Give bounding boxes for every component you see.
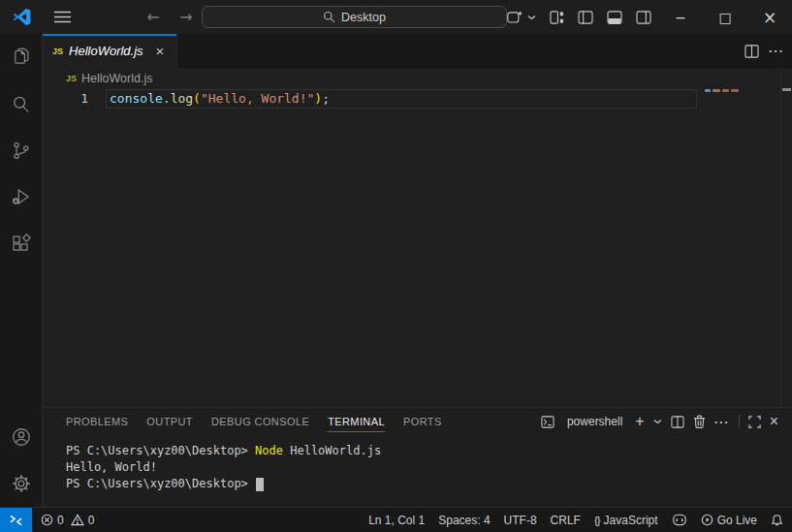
terminal-cursor (256, 478, 264, 491)
editor-actions: ··· (744, 34, 784, 68)
indentation-setting[interactable]: Spaces: 4 (431, 508, 496, 532)
vscode-window: ← → Desktop − (0, 0, 792, 532)
eol-label: CRLF (551, 514, 581, 527)
extensions-icon[interactable] (0, 220, 43, 266)
explorer-icon[interactable] (0, 34, 43, 80)
panel-more-actions-icon[interactable]: ··· (714, 415, 730, 429)
close-panel-icon[interactable]: × (770, 413, 778, 430)
tab-debug-console[interactable]: DEBUG CONSOLE (211, 408, 309, 435)
javascript-file-icon: JS (52, 47, 63, 56)
cursor-position-label: Ln 1, Col 1 (368, 514, 425, 527)
terminal-shell-icon (541, 416, 554, 428)
command-center-search[interactable]: Desktop (202, 6, 507, 28)
editor-scrollbar[interactable] (780, 68, 781, 407)
tab-label: HelloWorld.js (69, 44, 145, 58)
tab-terminal[interactable]: TERMINAL (328, 408, 385, 435)
customize-layout-icon[interactable] (543, 0, 571, 34)
terminal-line: Hello, World! (43, 459, 779, 476)
overview-ruler-cursor-mark (782, 88, 791, 91)
terminal-command: Node (255, 444, 283, 457)
token-close-paren: ) (314, 91, 322, 106)
remote-indicator[interactable] (0, 508, 32, 532)
search-sidebar-icon[interactable] (0, 80, 43, 127)
run-debug-icon[interactable] (0, 173, 43, 220)
tab-problems[interactable]: PROBLEMS (66, 408, 128, 435)
warning-icon (71, 514, 84, 526)
token-log: log (171, 91, 193, 106)
history-navigation: ← → (143, 0, 196, 34)
encoding-setting[interactable]: UTF-8 (497, 508, 544, 532)
terminal-output[interactable]: PS C:\Users\xyz00\Desktop> Node HelloWor… (43, 443, 779, 492)
title-bar: ← → Desktop − (0, 0, 792, 34)
title-bar-right: − □ × (500, 0, 792, 34)
minimap[interactable] (705, 86, 753, 94)
notifications-bell-icon[interactable] (764, 508, 790, 532)
split-terminal-icon[interactable] (671, 416, 684, 428)
status-bar-right: Ln 1, Col 1 Spaces: 4 UTF-8 CRLF {} Java… (362, 508, 792, 532)
toggle-panel-icon[interactable] (600, 0, 629, 34)
split-editor-icon[interactable] (744, 45, 759, 58)
back-arrow-icon[interactable]: ← (143, 8, 163, 26)
panel-tabs: PROBLEMS OUTPUT DEBUG CONSOLE TERMINAL P… (43, 408, 442, 435)
source-control-icon[interactable] (0, 127, 43, 173)
tab-output[interactable]: OUTPUT (146, 408, 193, 435)
search-icon (323, 11, 335, 23)
terminal-prompt: PS C:\Users\xyz00\Desktop> (66, 444, 255, 457)
eol-setting[interactable]: CRLF (544, 508, 587, 532)
toolbar-divider (739, 415, 740, 428)
tab-close-icon[interactable]: × (151, 43, 169, 60)
activity-bar (0, 34, 43, 507)
maximize-button[interactable]: □ (703, 0, 747, 34)
new-terminal-icon[interactable]: + (635, 413, 644, 430)
indentation-label: Spaces: 4 (438, 514, 490, 527)
toggle-primary-sidebar-icon[interactable] (571, 0, 600, 34)
terminal-toolbar: powershell + ··· × (541, 408, 778, 435)
maximize-panel-icon[interactable] (748, 416, 761, 428)
cursor-position[interactable]: Ln 1, Col 1 (362, 508, 431, 532)
terminal-prompt: PS C:\Users\xyz00\Desktop> (66, 477, 255, 490)
menu-hamburger-icon[interactable] (43, 11, 81, 23)
status-bar: 0 0 Ln 1, Col 1 Spaces: 4 UTF-8 CRLF {} … (0, 507, 792, 532)
token-open-paren: ( (193, 91, 201, 106)
minimap-mark (731, 89, 739, 92)
tab-helloworld-js[interactable]: JS HelloWorld.js × (43, 34, 177, 68)
copilot-status-icon[interactable] (665, 508, 694, 532)
minimap-mark (713, 89, 720, 92)
errors-indicator[interactable]: 0 0 (34, 508, 101, 532)
javascript-file-icon: JS (66, 74, 77, 83)
forward-arrow-icon[interactable]: → (176, 8, 196, 26)
warning-count: 0 (88, 514, 95, 527)
kill-terminal-trash-icon[interactable] (693, 415, 706, 428)
panel-header: PROBLEMS OUTPUT DEBUG CONSOLE TERMINAL P… (43, 408, 792, 435)
command-center-label: Desktop (341, 11, 386, 24)
breadcrumb[interactable]: JS HelloWorld.js (43, 68, 792, 89)
breadcrumb-file-label: HelloWorld.js (81, 72, 152, 85)
token-console: console (110, 91, 163, 106)
terminal-line: PS C:\Users\xyz00\Desktop> Node HelloWor… (43, 443, 779, 459)
shell-label[interactable]: powershell (567, 415, 622, 428)
terminal-command-args: HelloWorld.js (283, 444, 381, 457)
code-editor[interactable]: 1 console.log("Hello, World!"); (43, 89, 792, 407)
launch-profile-chevron-icon[interactable] (653, 419, 662, 424)
copilot-button[interactable] (500, 0, 543, 34)
broadcast-icon (701, 514, 713, 526)
close-window-button[interactable]: × (747, 0, 792, 34)
language-mode[interactable]: {} JavaScript (587, 508, 665, 532)
minimize-button[interactable]: − (658, 0, 703, 34)
minimap-mark (705, 89, 711, 92)
terminal-line: PS C:\Users\xyz00\Desktop> (43, 476, 779, 492)
encoding-label: UTF-8 (504, 514, 537, 527)
go-live-button[interactable]: Go Live (694, 508, 764, 532)
tab-ports[interactable]: PORTS (403, 408, 442, 435)
more-actions-icon[interactable]: ··· (769, 44, 784, 58)
accounts-icon[interactable] (0, 414, 43, 460)
terminal-output-text: Hello, World! (66, 460, 157, 474)
settings-gear-icon[interactable] (0, 460, 43, 507)
token-string: "Hello, World!" (201, 91, 314, 106)
token-semicolon: ; (322, 91, 330, 106)
toggle-secondary-sidebar-icon[interactable] (629, 0, 658, 34)
code-line-1: console.log("Hello, World!"); (110, 89, 330, 109)
line-number: 1 (43, 89, 88, 109)
problems-summary[interactable]: 0 0 (34, 508, 101, 532)
go-live-label: Go Live (717, 514, 757, 527)
